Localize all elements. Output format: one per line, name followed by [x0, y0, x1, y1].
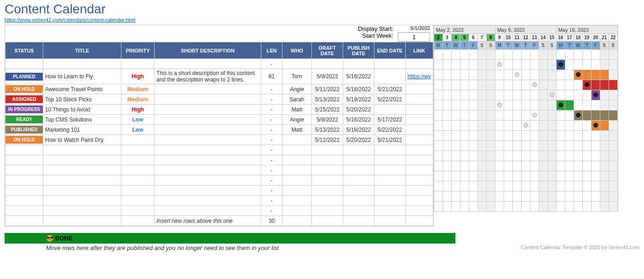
cell-link[interactable]	[406, 84, 433, 94]
cell-who[interactable]: Sarah	[282, 94, 312, 105]
cell-len[interactable]: -	[261, 125, 282, 135]
cell-draft[interactable]: 5/13/2022	[312, 125, 343, 135]
cell-draft[interactable]: 5/13/2022	[312, 94, 343, 105]
cell-link[interactable]	[406, 105, 433, 115]
cell-link[interactable]: https://wv	[406, 69, 433, 84]
start-week-input[interactable]	[398, 32, 430, 42]
table-row[interactable]: IN PROGRESS10 Things to AvoidHigh-Matt5/…	[6, 105, 433, 115]
cell-publish[interactable]	[343, 155, 374, 165]
cell-end[interactable]: 5/21/2022	[374, 84, 406, 94]
cell-len[interactable]: -	[261, 155, 282, 165]
cell-status[interactable]: ON HOLD	[6, 135, 43, 145]
table-row[interactable]: -	[6, 175, 433, 186]
cell-desc[interactable]	[155, 145, 261, 155]
cell-end[interactable]	[374, 145, 406, 155]
cell-status[interactable]: ASSIGNED	[6, 94, 43, 105]
cell-end[interactable]: 5/21/2022	[374, 135, 406, 145]
cell-end[interactable]	[374, 69, 406, 84]
table-row[interactable]: -	[6, 196, 433, 206]
cell-publish[interactable]	[343, 59, 374, 69]
cell-priority[interactable]	[121, 216, 155, 226]
cell-status[interactable]	[6, 186, 43, 196]
cell-who[interactable]	[282, 175, 312, 186]
cell-end[interactable]: 5/22/2022	[374, 125, 406, 135]
cell-desc[interactable]	[155, 196, 261, 206]
table-row[interactable]: Insert new rows above this one30	[6, 216, 433, 226]
cell-who[interactable]	[282, 59, 312, 69]
cell-who[interactable]	[282, 186, 312, 196]
row-link[interactable]: https://wv	[408, 73, 431, 80]
cell-who[interactable]: Angie	[282, 84, 312, 94]
cell-publish[interactable]	[343, 216, 374, 226]
cell-draft[interactable]: 5/9/2022	[312, 69, 343, 84]
cell-draft[interactable]	[312, 216, 343, 226]
cell-desc[interactable]	[155, 84, 261, 94]
cell-end[interactable]	[374, 175, 406, 186]
cell-len[interactable]: -	[261, 94, 282, 105]
cell-priority[interactable]	[121, 196, 155, 206]
cell-who[interactable]	[282, 206, 312, 216]
table-row[interactable]: READYTop CMS SolutionsLow-Angie5/9/20225…	[6, 115, 433, 125]
cell-priority[interactable]	[121, 186, 155, 196]
cell-who[interactable]: Tom	[282, 69, 312, 84]
cell-who[interactable]: Angie	[282, 115, 312, 125]
cell-who[interactable]	[282, 196, 312, 206]
cell-link[interactable]	[406, 135, 433, 145]
cell-publish[interactable]	[343, 165, 374, 175]
cell-publish[interactable]: 5/20/2022	[343, 105, 374, 115]
cell-publish[interactable]: 5/16/2022	[343, 69, 374, 84]
cell-status[interactable]: PLANNED	[6, 69, 43, 84]
cell-end[interactable]	[374, 206, 406, 216]
cell-desc[interactable]	[155, 59, 261, 69]
cell-publish[interactable]	[343, 175, 374, 186]
cell-desc[interactable]	[155, 135, 261, 145]
table-row[interactable]: -	[6, 59, 433, 69]
cell-publish[interactable]: 5/18/2022	[343, 125, 374, 135]
cell-desc[interactable]	[155, 186, 261, 196]
cell-len[interactable]: 30	[261, 216, 282, 226]
cell-len[interactable]: -	[261, 135, 282, 145]
cell-status[interactable]: ON HOLD	[6, 84, 43, 94]
cell-link[interactable]	[406, 216, 433, 226]
table-row[interactable]: PUBLISHEDMarketing 101Low-Matt5/13/20225…	[6, 125, 433, 135]
cell-who[interactable]: Matt	[282, 125, 312, 135]
cell-publish[interactable]: 5/19/2022	[343, 94, 374, 105]
cell-link[interactable]	[406, 155, 433, 165]
cell-len[interactable]: -	[261, 175, 282, 186]
cell-link[interactable]	[406, 94, 433, 105]
cell-priority[interactable]	[121, 165, 155, 175]
cell-draft[interactable]	[312, 175, 343, 186]
cell-title[interactable]	[43, 175, 121, 186]
cell-title[interactable]: Top CMS Solutions	[43, 115, 121, 125]
cell-end[interactable]	[374, 186, 406, 196]
cell-who[interactable]	[282, 145, 312, 155]
cell-end[interactable]	[374, 196, 406, 206]
cell-draft[interactable]: 5/9/2022	[312, 115, 343, 125]
cell-draft[interactable]	[312, 196, 343, 206]
cell-end[interactable]	[374, 105, 406, 115]
cell-priority[interactable]	[121, 59, 155, 69]
cell-link[interactable]	[406, 186, 433, 196]
cell-priority[interactable]	[121, 175, 155, 186]
cell-title[interactable]	[43, 145, 121, 155]
cell-publish[interactable]	[343, 196, 374, 206]
cell-len[interactable]: -	[261, 145, 282, 155]
cell-status[interactable]: READY	[6, 115, 43, 125]
cell-desc[interactable]	[155, 155, 261, 165]
cell-priority[interactable]	[121, 135, 155, 145]
cell-priority[interactable]	[121, 206, 155, 216]
cell-priority[interactable]: Low	[121, 115, 155, 125]
cell-desc[interactable]	[155, 105, 261, 115]
cell-link[interactable]	[406, 206, 433, 216]
cell-priority[interactable]: Medium	[121, 84, 155, 94]
cell-title[interactable]: Top 10 Stock Picks	[43, 94, 121, 105]
cell-end[interactable]	[374, 155, 406, 165]
cell-title[interactable]: 10 Things to Avoid	[43, 105, 121, 115]
table-row[interactable]: PLANNEDHow to Learn to FlyHighThis is a …	[6, 69, 433, 84]
cell-publish[interactable]	[343, 186, 374, 196]
table-row[interactable]: -	[6, 155, 433, 165]
source-link[interactable]: https://www.vertex42.com/calendars/conte…	[5, 17, 135, 23]
table-row[interactable]: -	[6, 206, 433, 216]
cell-status[interactable]	[6, 155, 43, 165]
table-row[interactable]: -	[6, 165, 433, 175]
